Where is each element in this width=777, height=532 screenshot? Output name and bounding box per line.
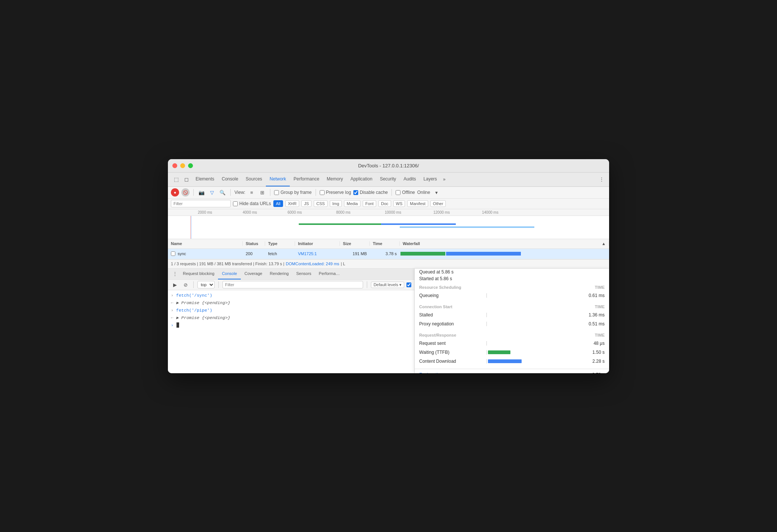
tab-sources[interactable]: Sources: [242, 172, 266, 186]
hide-data-urls-checkbox[interactable]: [233, 201, 238, 206]
tab-console[interactable]: Console: [218, 172, 242, 186]
timeline-ruler: 2000 ms 4000 ms 6000 ms 8000 ms 10000 ms…: [168, 209, 609, 216]
devtools-window: DevTools - 127.0.0.1:12306/ ⬚ ◻ Elements…: [168, 159, 609, 373]
td-type: fetch: [265, 251, 295, 256]
filter-other-button[interactable]: Other: [430, 200, 446, 207]
console-line-5[interactable]: ›: [168, 322, 414, 329]
filter-js-button[interactable]: JS: [301, 200, 311, 207]
filter-icon[interactable]: ▽: [208, 188, 216, 197]
stalled-value: 1.36 ms: [575, 312, 605, 318]
context-selector[interactable]: top: [197, 281, 215, 288]
filter-input[interactable]: [171, 200, 231, 207]
preserve-log-checkbox[interactable]: [320, 190, 325, 195]
dom-content-loaded-link[interactable]: DOMContentLoaded: 249 ms: [286, 262, 339, 266]
disable-cache-label[interactable]: Disable cache: [353, 190, 388, 195]
th-size: Size: [340, 241, 370, 246]
explanation-link[interactable]: Explanation: [419, 372, 443, 373]
filter-css-button[interactable]: CSS: [314, 200, 328, 207]
devtools-menu-button[interactable]: ⋮: [597, 177, 606, 182]
console-checkbox[interactable]: [406, 282, 411, 287]
tab-application[interactable]: Application: [347, 172, 376, 186]
tab-elements[interactable]: Elements: [192, 172, 218, 186]
maximize-button[interactable]: [188, 163, 193, 168]
status-text: 1 / 3 requests | 191 MB / 381 MB transfe…: [171, 262, 284, 266]
record-button[interactable]: ●: [171, 188, 179, 197]
hide-data-urls-label[interactable]: Hide data URLs: [233, 201, 271, 206]
table-row[interactable]: sync 200 fetch VM1725:1 191 MB 3.78 s: [168, 249, 609, 259]
output-arrow-4: ←: [171, 315, 176, 321]
tab-performance[interactable]: Performance: [290, 172, 323, 186]
console-block-icon[interactable]: ⊘: [181, 281, 190, 289]
tab-memory[interactable]: Memory: [323, 172, 347, 186]
tab-security[interactable]: Security: [376, 172, 400, 186]
tab-console[interactable]: Console: [218, 268, 240, 279]
toolbar-divider-4: [316, 189, 316, 196]
preserve-log-label[interactable]: Preserve log: [320, 190, 351, 195]
th-initiator: Initiator: [295, 241, 340, 246]
devtools-tab-bar: ⬚ ◻ Elements Console Sources Network Per…: [168, 173, 609, 187]
timeline-blue-vline: [191, 216, 191, 239]
console-line-4: ← ▶ Promise {<pending>}: [168, 314, 414, 322]
search-icon[interactable]: 🔍: [218, 188, 227, 197]
td-initiator[interactable]: VM1725:1: [295, 251, 340, 256]
content-download-blue-bar: [488, 359, 522, 363]
filter-all-button[interactable]: All: [273, 200, 283, 207]
tab-audits[interactable]: Audits: [400, 172, 420, 186]
timeline-area: 2000 ms 4000 ms 6000 ms 8000 ms 10000 ms…: [168, 209, 609, 239]
network-conditions-icon[interactable]: ▾: [432, 188, 440, 197]
ruler-mark-10000: 10000 ms: [385, 210, 401, 214]
row-checkbox[interactable]: [171, 251, 175, 256]
filter-media-button[interactable]: Media: [344, 200, 360, 207]
tab-network[interactable]: Network: [266, 172, 290, 186]
clear-button[interactable]: 🚫: [181, 188, 190, 197]
tab-rendering[interactable]: Rendering: [266, 268, 292, 279]
ttfb-value: 1.50 s: [575, 350, 605, 355]
online-label: Online: [417, 190, 430, 195]
th-type: Type: [265, 241, 295, 246]
offline-checkbox[interactable]: [396, 190, 400, 195]
console-cursor-text[interactable]: [176, 322, 179, 329]
filter-img-button[interactable]: Img: [330, 200, 342, 207]
offline-label[interactable]: Offline: [396, 190, 415, 195]
request-response-section: Request/Response TIME Request sent 48 μs…: [415, 330, 609, 367]
tab-layers[interactable]: Layers: [420, 172, 441, 186]
request-sent-row: Request sent 48 μs: [419, 339, 605, 348]
more-tabs-button[interactable]: »: [441, 177, 448, 182]
console-play-icon[interactable]: ▶: [171, 281, 179, 289]
stalled-row: Stalled 1.36 ms: [419, 310, 605, 319]
cursor-icon[interactable]: ⬚: [171, 174, 181, 185]
console-filter-input[interactable]: [222, 281, 363, 288]
group-by-frame-checkbox[interactable]: [274, 190, 279, 195]
timeline-bar-light-blue: [400, 226, 534, 228]
tab-request-blocking[interactable]: Request blocking: [179, 268, 218, 279]
waterfall-blue-bar: [446, 252, 521, 256]
inspect-icon[interactable]: ◻: [181, 174, 192, 185]
filter-ws-button[interactable]: WS: [393, 200, 405, 207]
th-waterfall: Waterfall ▲: [400, 241, 609, 246]
console-levels-dropdown[interactable]: Default levels ▾: [371, 282, 404, 288]
group-by-frame-label[interactable]: Group by frame: [274, 190, 311, 195]
toolbar-divider-1: [193, 189, 194, 196]
filter-xhr-button[interactable]: XHR: [285, 200, 299, 207]
load-text: | L: [341, 262, 345, 266]
tab-performance-insights[interactable]: Performa…: [315, 268, 344, 279]
minimize-button[interactable]: [180, 163, 185, 168]
grid-view-icon[interactable]: ⊞: [258, 188, 266, 197]
filter-doc-button[interactable]: Doc: [378, 200, 391, 207]
camera-icon[interactable]: 📷: [197, 188, 206, 197]
proxy-bar: [486, 319, 575, 328]
list-view-icon[interactable]: ≡: [248, 188, 256, 197]
timeline-red-vline: [190, 216, 191, 239]
disable-cache-checkbox[interactable]: [353, 190, 358, 195]
queueing-divider: [486, 293, 487, 298]
status-bar: 1 / 3 requests | 191 MB / 381 MB transfe…: [168, 260, 609, 269]
filter-font-button[interactable]: Font: [363, 200, 376, 207]
close-button[interactable]: [172, 163, 177, 168]
content-download-divider: [486, 359, 487, 364]
console-text-1: fetch('/sync'): [176, 292, 212, 299]
filter-manifest-button[interactable]: Manifest: [407, 200, 428, 207]
tab-sensors[interactable]: Sensors: [292, 268, 315, 279]
queueing-label: Queueing: [419, 293, 486, 298]
console-menu-icon[interactable]: ⋮: [171, 270, 179, 278]
tab-coverage[interactable]: Coverage: [241, 268, 266, 279]
